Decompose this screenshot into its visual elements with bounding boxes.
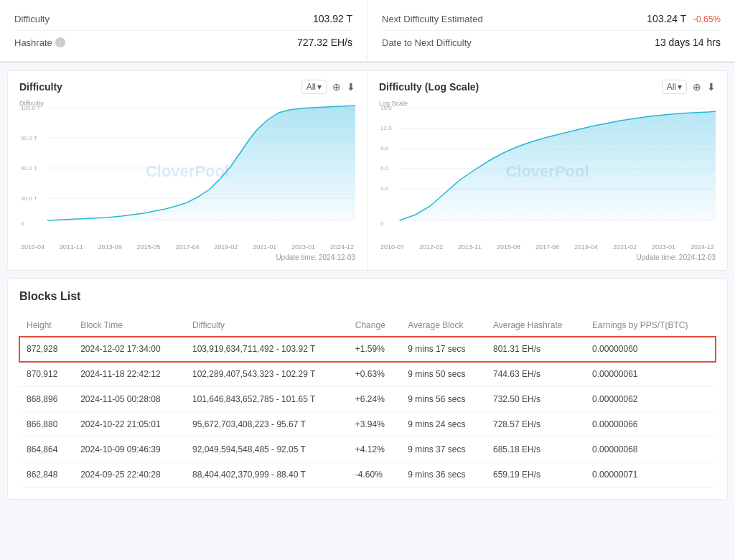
top-stats-wrapper: Difficulty 103.92 T Hashrate i 727.32 EH… xyxy=(0,0,735,63)
svg-text:0: 0 xyxy=(380,220,384,227)
cell-avg-hashrate: 728.57 EH/s xyxy=(486,412,585,437)
cell-avg-hashrate: 744.63 EH/s xyxy=(486,362,585,387)
svg-text:30.0 T: 30.0 T xyxy=(21,195,37,202)
cell-difficulty: 103,919,634,711,492 - 103.92 T xyxy=(185,337,348,362)
cell-avg-block: 9 mins 37 secs xyxy=(401,437,486,462)
next-difficulty-change: -0.65% xyxy=(693,14,721,24)
cell-change: +4.12% xyxy=(348,437,401,462)
difficulty-chart-download[interactable]: ⬇ xyxy=(347,81,355,93)
stat-group-left: Difficulty 103.92 T Hashrate i 727.32 EH… xyxy=(0,0,368,61)
svg-text:3.0: 3.0 xyxy=(380,185,389,192)
cell-change: -4.60% xyxy=(348,462,401,487)
chart-title-difficulty: Difficulty xyxy=(19,81,62,93)
hashrate-label: Hashrate i xyxy=(14,37,65,48)
difficulty-label: Difficulty xyxy=(14,14,50,24)
cell-difficulty: 92,049,594,548,485 - 92.05 T xyxy=(185,437,348,462)
log-chart-zoom[interactable]: ⊕ xyxy=(693,81,701,93)
difficulty-chart-zoom[interactable]: ⊕ xyxy=(332,81,341,93)
cell-avg-hashrate: 732.50 EH/s xyxy=(486,387,585,412)
svg-text:12.0: 12.0 xyxy=(380,125,392,131)
col-avg-block: Average Block xyxy=(401,314,486,337)
table-row: 868,8962024-11-05 00:28:08101,646,843,65… xyxy=(19,387,716,412)
cell-earnings: 0.00000061 xyxy=(585,362,716,387)
col-change: Change xyxy=(348,314,401,337)
cell-difficulty: 95,672,703,408,223 - 95.67 T xyxy=(185,412,348,437)
cell-earnings: 0.00000060 xyxy=(585,337,716,362)
cell-block-time: 2024-10-22 21:05:01 xyxy=(73,412,185,437)
chart-panel-log: Difficulty (Log Scale) All ▾ ⊕ ⬇ Log Sca… xyxy=(368,71,727,270)
cell-earnings: 0.00000071 xyxy=(585,462,716,487)
svg-text:9.0: 9.0 xyxy=(380,145,389,151)
cell-height[interactable]: 866,880 xyxy=(19,412,73,437)
svg-text:90.0 T: 90.0 T xyxy=(21,135,37,141)
cell-height[interactable]: 862,848 xyxy=(19,462,73,487)
cell-avg-block: 9 mins 24 secs xyxy=(401,412,486,437)
cell-avg-block: 9 mins 36 secs xyxy=(401,462,486,487)
cell-block-time: 2024-11-18 22:42:12 xyxy=(73,362,185,387)
col-difficulty: Difficulty xyxy=(185,314,348,337)
cell-avg-hashrate: 801.31 EH/s xyxy=(486,337,585,362)
cell-change: +3.94% xyxy=(348,412,401,437)
cell-change: +1.59% xyxy=(348,337,401,362)
stat-group-right: Next Difficulty Estimated 103.24 T -0.65… xyxy=(368,0,735,61)
log-chart-update: Update time: 2024-12-03 xyxy=(379,253,716,261)
blocks-title: Blocks List xyxy=(19,290,716,303)
next-difficulty-date-row: Date to Next Difficulty 13 days 14 hrs xyxy=(382,31,721,54)
table-row: 870,9122024-11-18 22:42:12102,289,407,54… xyxy=(19,362,716,387)
cell-earnings: 0.00000066 xyxy=(585,412,716,437)
chart-panel-difficulty: Difficulty All ▾ ⊕ ⬇ Difficulty CloverPo… xyxy=(8,71,368,270)
svg-text:60.0 T: 60.0 T xyxy=(21,165,37,172)
col-earnings: Earnings by PPS/T(BTC) xyxy=(585,314,716,337)
next-difficulty-label: Next Difficulty Estimated xyxy=(382,14,483,24)
cell-height[interactable]: 864,864 xyxy=(19,437,73,462)
blocks-table-head: Height Block Time Difficulty Change Aver… xyxy=(19,314,716,337)
blocks-table: Height Block Time Difficulty Change Aver… xyxy=(19,314,716,487)
top-stats: Difficulty 103.92 T Hashrate i 727.32 EH… xyxy=(0,0,735,62)
cell-height[interactable]: 872,928 xyxy=(19,337,73,362)
cell-height[interactable]: 870,912 xyxy=(19,362,73,387)
cell-block-time: 2024-09-25 22:40:28 xyxy=(73,462,185,487)
blocks-table-body: 872,9282024-12-02 17:34:00103,919,634,71… xyxy=(19,337,716,487)
cell-change: +6.24% xyxy=(348,387,401,412)
table-row: 862,8482024-09-25 22:40:2888,404,402,370… xyxy=(19,462,716,487)
chart-title-log: Difficulty (Log Scale) xyxy=(379,81,479,93)
cell-difficulty: 101,646,843,652,785 - 101.65 T xyxy=(185,387,348,412)
chart-area-log: Log Scale CloverPool 15.0 12.0 9.0 6.0 3… xyxy=(379,100,716,243)
hashrate-info-icon[interactable]: i xyxy=(55,37,65,47)
next-difficulty-date-label: Date to Next Difficulty xyxy=(382,37,472,48)
cell-block-time: 2024-11-05 00:28:08 xyxy=(73,387,185,412)
cell-difficulty: 88,404,402,370,999 - 88.40 T xyxy=(185,462,348,487)
difficulty-stat-row: Difficulty 103.92 T xyxy=(14,7,352,31)
chart-ylabel-difficulty: Difficulty xyxy=(19,100,44,107)
col-block-time: Block Time xyxy=(73,314,185,337)
table-row: 866,8802024-10-22 21:05:0195,672,703,408… xyxy=(19,412,716,437)
cell-block-time: 2024-10-09 09:46:39 xyxy=(73,437,185,462)
log-chart-download[interactable]: ⬇ xyxy=(707,81,716,93)
log-x-axis: 2010-07 2012-02 2013-11 2015-08 2017-06 … xyxy=(379,243,716,251)
log-chart-dropdown[interactable]: All ▾ xyxy=(662,80,687,94)
table-row: 864,8642024-10-09 09:46:3992,049,594,548… xyxy=(19,437,716,462)
chart-controls-difficulty: All ▾ ⊕ ⬇ xyxy=(301,80,355,94)
difficulty-chart-update: Update time: 2024-12-03 xyxy=(19,253,355,261)
blocks-table-header-row: Height Block Time Difficulty Change Aver… xyxy=(19,314,716,337)
hashrate-stat-row: Hashrate i 727.32 EH/s xyxy=(14,31,352,54)
col-height: Height xyxy=(19,314,73,337)
cell-avg-block: 9 mins 56 secs xyxy=(401,387,486,412)
chart-area-difficulty: Difficulty CloverPool 120.0 T 90.0 T 60.… xyxy=(19,100,355,243)
next-difficulty-date-value: 13 days 14 hrs xyxy=(655,37,721,48)
chart-header-difficulty: Difficulty All ▾ ⊕ ⬇ xyxy=(19,80,355,94)
cell-earnings: 0.00000062 xyxy=(585,387,716,412)
next-difficulty-stat-row: Next Difficulty Estimated 103.24 T -0.65… xyxy=(382,7,721,31)
cell-block-time: 2024-12-02 17:34:00 xyxy=(73,337,185,362)
chart-header-log: Difficulty (Log Scale) All ▾ ⊕ ⬇ xyxy=(379,80,716,94)
col-avg-hashrate: Average Hashrate xyxy=(486,314,585,337)
cell-change: +0.63% xyxy=(348,362,401,387)
next-difficulty-value: 103.24 T -0.65% xyxy=(647,13,721,24)
svg-text:6.0: 6.0 xyxy=(380,165,389,172)
cell-height[interactable]: 868,896 xyxy=(19,387,73,412)
hashrate-value: 727.32 EH/s xyxy=(297,37,352,48)
chart-controls-log: All ▾ ⊕ ⬇ xyxy=(662,80,716,94)
difficulty-chart-dropdown[interactable]: All ▾ xyxy=(301,80,327,94)
cell-avg-hashrate: 685.18 EH/s xyxy=(486,437,585,462)
charts-row: Difficulty All ▾ ⊕ ⬇ Difficulty CloverPo… xyxy=(7,70,728,271)
